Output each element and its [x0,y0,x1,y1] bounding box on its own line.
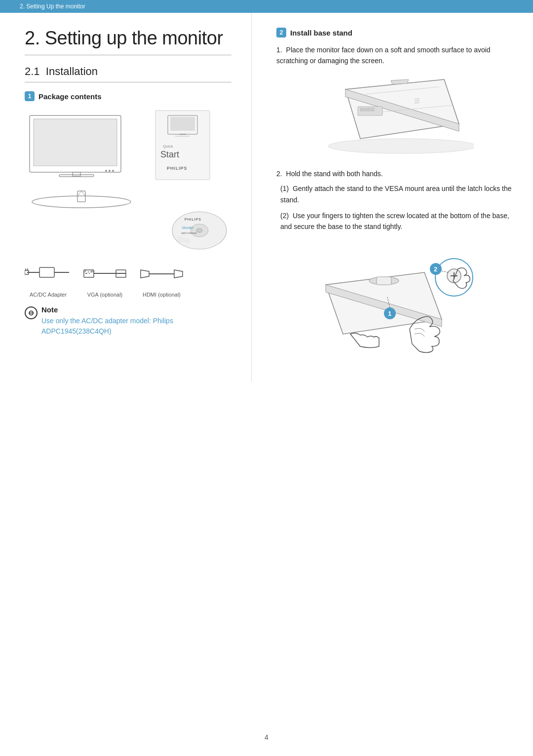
svg-point-61 [328,139,474,153]
svg-rect-65 [377,277,391,285]
section-title: 2.1 Installation [25,65,231,82]
svg-text:user's manual: user's manual [181,231,196,234]
cable-hdmi: HDMI (optional) [138,258,185,298]
svg-text:PHILIPS: PHILIPS [185,218,201,221]
svg-point-4 [105,170,107,172]
svg-line-75 [442,271,448,272]
badge-1: 1 [25,91,35,101]
install-base-stand-header: 2 Install base stand [276,28,513,38]
package-illustrations: Quick Start PHILIPS [25,108,231,182]
hdmi-svg [138,258,185,290]
adapter-svg [25,258,72,290]
install-step-1: 1. Place the monitor face down on a soft… [276,44,513,67]
svg-marker-46 [141,270,149,278]
svg-rect-60 [370,108,374,111]
svg-line-18 [81,191,85,196]
substep-1: (1) Gently attach the stand to the VESA … [276,183,513,205]
svg-line-17 [77,191,81,196]
cables-row: AC/DC Adapter [25,258,231,298]
svg-point-21 [196,228,202,232]
svg-rect-34 [84,270,94,277]
svg-rect-3 [59,175,94,177]
svg-rect-2 [73,172,80,176]
package-contents-header: 1 Package contents [25,91,231,101]
svg-rect-58 [360,108,364,111]
svg-rect-59 [365,108,369,111]
stand-svg [25,187,138,209]
svg-point-36 [85,273,86,274]
svg-text:Start: Start [160,150,179,159]
svg-point-5 [109,170,111,172]
page-number: 4 [265,733,268,741]
right-column: 2 Install base stand 1. Place the monito… [252,13,533,381]
svg-text:Monitor: Monitor [182,226,194,229]
stand-attach-svg: 2 1 [311,240,479,354]
breadcrumb: 2. Setting Up the monitor [0,0,533,13]
svg-point-37 [88,271,89,272]
page-container: 2. Setting Up the monitor 2. Setting up … [0,0,533,756]
svg-point-6 [112,170,114,172]
svg-rect-16 [77,191,85,202]
quickstart-illustration: Quick Start PHILIPS [133,108,231,182]
svg-text:1: 1 [388,310,391,317]
stand-attach-illustration: 2 1 [276,240,513,354]
svg-text:Quick: Quick [163,144,173,149]
svg-rect-9 [170,117,195,131]
svg-rect-1 [34,119,117,166]
cdrom-svg: Monitor user's manual PHILIPS [167,203,231,253]
content-area: 2. Setting up the monitor 2.1 Installati… [0,13,533,381]
svg-rect-28 [39,267,54,277]
sub-steps: (1) Gently attach the stand to the VESA … [276,183,513,232]
left-column: 2. Setting up the monitor 2.1 Installati… [0,13,252,381]
cable-vga: VGA (optional) [81,258,128,298]
monitor-svg [25,113,128,177]
monitor-facedown-svg [316,75,474,158]
svg-point-40 [89,273,90,274]
note-content: Note Use only the AC/DC adapter model: P… [41,305,231,337]
note-section: ⊖ Note Use only the AC/DC adapter model:… [25,305,231,337]
svg-marker-48 [174,270,183,278]
vga-svg [81,258,128,290]
install-step-2: 2. Hold the stand with both hands. (1) G… [276,168,513,232]
svg-text:2: 2 [434,265,437,273]
monitor-facedown-illustration [276,75,513,158]
svg-marker-51 [391,79,409,84]
note-text: Use only the AC/DC adapter model: Philip… [41,316,231,337]
quickstart-svg: Quick Start PHILIPS [153,108,212,182]
svg-point-38 [90,271,91,272]
note-title: Note [41,305,231,314]
monitor-illustration [25,108,128,182]
substep-2: (2) Use your fingers to tighten the scre… [276,210,513,232]
note-icon: ⊖ [25,306,38,319]
badge-2: 2 [276,28,286,38]
chapter-title: 2. Setting up the monitor [25,28,231,55]
svg-point-39 [86,273,87,274]
cable-adapter: AC/DC Adapter [25,258,72,298]
svg-text:PHILIPS: PHILIPS [167,166,188,171]
